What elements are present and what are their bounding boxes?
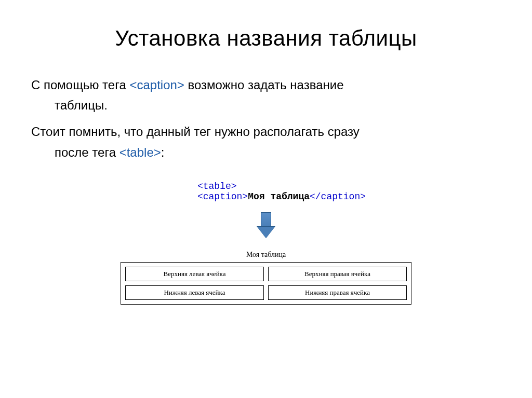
output-table: Верхняя левая ячейка Верхняя правая ячей… (121, 262, 411, 305)
p1-line2: таблицы. (31, 97, 501, 113)
code-example: <table> <caption>Моя таблица</caption> (166, 181, 366, 202)
code-table-open: <table> (197, 181, 237, 191)
table-tag-ref: <table> (119, 145, 161, 159)
arrow-down (31, 212, 501, 240)
p2-line2-suffix: : (161, 145, 165, 159)
output-caption: Моя таблица (121, 251, 411, 259)
paragraph-2: Стоит помнить, что данный тег нужно расп… (31, 123, 501, 160)
p2-line1: Стоит помнить, что данный тег нужно расп… (31, 123, 501, 140)
table-row: Нижняя левая ячейка Нижняя правая ячейка (125, 285, 407, 300)
slide-title: Установка названия таблицы (31, 26, 501, 51)
p2-line2-prefix: после тега (55, 145, 119, 159)
p1-suffix: возможно задать название (184, 78, 344, 92)
paragraph-1: С помощью тега <caption> возможно задать… (31, 77, 501, 113)
cell-top-right: Верхняя правая ячейка (268, 267, 407, 281)
rendered-output: Моя таблица Верхняя левая ячейка Верхняя… (121, 251, 411, 305)
code-caption-close: </caption> (310, 191, 366, 202)
arrow-icon (257, 212, 275, 238)
p1-prefix: С помощью тега (31, 78, 129, 92)
table-row: Верхняя левая ячейка Верхняя правая ячей… (125, 267, 407, 281)
code-caption-open: <caption> (197, 191, 248, 202)
cell-bottom-left: Нижняя левая ячейка (125, 285, 264, 300)
caption-tag-ref: <caption> (129, 78, 184, 92)
cell-top-left: Верхняя левая ячейка (125, 267, 264, 281)
code-caption-text: Моя таблица (248, 191, 310, 202)
cell-bottom-right: Нижняя правая ячейка (268, 285, 407, 300)
